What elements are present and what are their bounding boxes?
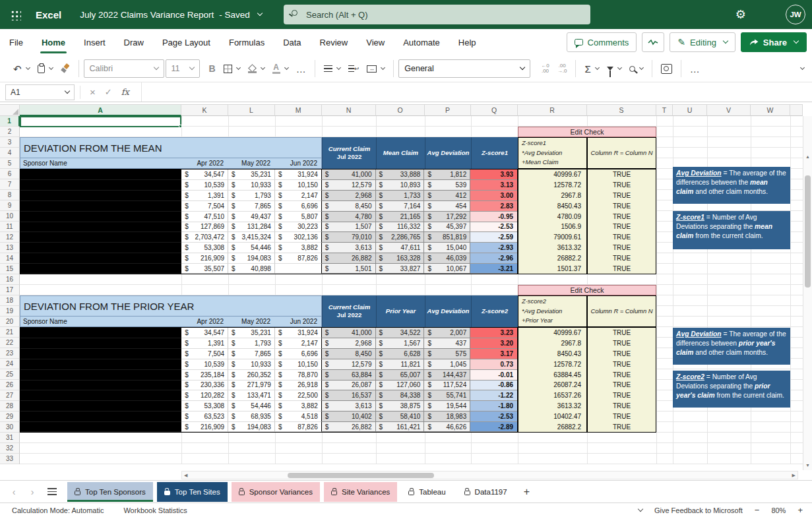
mean-claim-header[interactable]: Mean Claim [376, 137, 425, 169]
apr-cell[interactable]: $47,510 [181, 212, 228, 222]
avg-deviation-cell[interactable]: $18,983 [424, 411, 470, 422]
jun-cell[interactable]: $3,882 [275, 401, 322, 411]
add-sheet-button[interactable]: + [518, 486, 535, 498]
may-cell[interactable]: $7,865 [228, 349, 275, 359]
edit-check-value-cell[interactable]: 26882.2 [518, 421, 586, 432]
row-header[interactable]: 21 [0, 327, 20, 338]
zscore-cell[interactable]: -2.96 [470, 253, 517, 264]
workbook-statistics[interactable]: Workbook Statistics [123, 506, 187, 514]
edit-check-formula-header-1[interactable]: Z-score1 *Avg Deviation +Mean Claim [518, 137, 587, 169]
font-size-select[interactable]: 11 [166, 59, 200, 78]
edit-check-value-cell[interactable]: 2967.8 [518, 338, 586, 349]
prior-year-cell[interactable]: $58,410 [376, 411, 425, 422]
table2-title[interactable]: DEVIATION FROM THE PRIOR YEAR [20, 295, 322, 317]
sponsor-name-header[interactable]: Sponsor Name [20, 160, 181, 167]
current-claim-cell[interactable]: $8,450 [322, 201, 376, 212]
edit-check-result-cell[interactable]: TRUE [588, 359, 656, 369]
edit-check-result-cell[interactable]: TRUE [588, 180, 656, 191]
month-header[interactable]: Apr 2022 [181, 160, 228, 167]
sheet-tab-data1197[interactable]: Data1197 [457, 482, 515, 502]
edit-check-value-cell[interactable]: 26087.24 [518, 380, 586, 390]
jun-cell[interactable]: $6,696 [275, 201, 322, 212]
column-header-u[interactable]: U [673, 104, 707, 116]
zscore-cell[interactable]: 3.23 [470, 328, 517, 338]
fill-handle[interactable] [179, 125, 182, 128]
scroll-right-icon[interactable]: ▶ [792, 473, 796, 478]
row-header[interactable]: 15 [0, 264, 20, 274]
row-header[interactable]: 23 [0, 348, 20, 359]
row-header[interactable]: 12 [0, 232, 20, 243]
zscore-cell[interactable]: -0.01 [470, 370, 517, 380]
current-claim-cell[interactable]: $12,579 [322, 180, 376, 191]
avg-deviation-cell[interactable]: $437 [424, 338, 470, 349]
ribbon-tab[interactable]: Page Layout [153, 29, 220, 55]
scroll-up-icon[interactable]: ▲ [805, 154, 810, 159]
column-header-o[interactable]: O [376, 104, 425, 116]
apr-cell[interactable]: $10,539 [181, 180, 228, 191]
may-cell[interactable]: $194,083 [228, 253, 275, 264]
ribbon-tab[interactable]: View [357, 29, 394, 55]
mean-claim-cell[interactable]: $1,733 [376, 191, 425, 201]
edit-check-value-cell[interactable]: 2967.8 [518, 191, 586, 201]
table-row[interactable]: $7,504 $7,865 $6,696 $8,450 $7,164 $454 … [20, 201, 517, 212]
zscore-cell[interactable]: -2.53 [470, 222, 517, 233]
table-row[interactable]: $230,336 $271,979 $26,918 $26,087 $127,0… [20, 380, 517, 391]
prior-year-cell[interactable]: $1,567 [376, 338, 425, 349]
find-button[interactable] [625, 59, 647, 78]
jun-cell[interactable]: $4,518 [275, 411, 322, 422]
current-claim-header[interactable]: Current ClaimJul 2022 [322, 295, 376, 327]
edit-check-result-cell[interactable]: TRUE [588, 411, 656, 421]
apr-cell[interactable]: $34,547 [181, 169, 228, 180]
edit-check-value-cell[interactable]: 1506.9 [518, 222, 586, 232]
current-claim-cell[interactable]: $3,613 [322, 401, 376, 411]
app-launcher-button[interactable] [0, 0, 30, 29]
apr-cell[interactable]: $216,909 [181, 253, 228, 264]
may-cell[interactable]: $260,352 [228, 370, 275, 380]
collapse-ribbon-button[interactable] [794, 59, 808, 78]
zoom-level[interactable]: 80% [771, 506, 786, 514]
table-row[interactable]: $7,504 $7,865 $6,696 $8,450 $6,628 $575 … [20, 349, 517, 359]
current-claim-cell[interactable]: $63,884 [322, 370, 376, 380]
column-header-partial[interactable] [790, 104, 803, 116]
table-row[interactable]: $35,507 $40,898 $ $1,501 $33,827 $10,067… [20, 264, 517, 274]
zscore-cell[interactable]: 2.83 [470, 201, 517, 212]
jun-cell[interactable]: $ [275, 264, 322, 274]
fill-color-button[interactable] [244, 59, 268, 78]
current-claim-cell[interactable]: $12,579 [322, 359, 376, 370]
edit-check-result-cell[interactable]: TRUE [588, 243, 656, 253]
editing-mode-button[interactable]: ✎ Editing [670, 32, 735, 52]
avg-deviation-cell[interactable]: $1,045 [424, 359, 470, 370]
column-header-q[interactable]: Q [471, 104, 518, 116]
ribbon-tab[interactable]: Draw [115, 29, 153, 55]
apr-cell[interactable]: $1,391 [181, 191, 228, 201]
edit-check-header-1[interactable]: Edit Check [518, 127, 656, 137]
avg-deviation-cell[interactable]: $575 [424, 349, 470, 359]
enter-check-icon[interactable]: ✓ [105, 87, 112, 97]
may-cell[interactable]: $68,935 [228, 411, 275, 422]
table-row[interactable]: $1,391 $1,793 $2,147 $2,968 $1,567 $437 … [20, 338, 517, 349]
row-header[interactable]: 6 [0, 169, 20, 179]
table-row[interactable]: $53,308 $54,446 $3,882 $3,613 $38,875 $1… [20, 401, 517, 411]
row-header[interactable]: 8 [0, 190, 20, 200]
sheet-tab-tableau[interactable]: Tableau [401, 482, 453, 502]
table-row[interactable]: $1,391 $1,793 $2,147 $2,968 $1,733 $412 … [20, 191, 517, 201]
apr-cell[interactable]: $2,703,472 [181, 232, 228, 243]
row-header[interactable]: 10 [0, 211, 20, 222]
zscore-cell[interactable]: 3.13 [470, 180, 517, 191]
edit-check-result-cell[interactable]: TRUE [588, 263, 656, 274]
vertical-scrollbar[interactable]: ▲ ▼ [803, 116, 812, 470]
avg-deviation-cell[interactable]: $539 [424, 180, 470, 191]
avg-deviation-header[interactable]: Avg Deviation [425, 295, 471, 327]
table-row[interactable]: $34,547 $35,231 $31,924 $41,000 $34,522 … [20, 328, 517, 338]
horizontal-scroll-thumb[interactable] [288, 473, 434, 478]
table-row[interactable]: $10,539 $10,933 $10,150 $12,579 $10,893 … [20, 180, 517, 191]
edit-check-rule-header-1[interactable]: Column R = Column N [587, 137, 656, 169]
ribbon-tab[interactable]: Review [311, 29, 358, 55]
prior-year-cell[interactable]: $6,628 [376, 349, 425, 359]
mean-claim-cell[interactable]: $2,286,765 [376, 232, 425, 243]
month-header[interactable]: Jun 2022 [274, 318, 321, 325]
prior-year-header[interactable]: Prior Year [376, 295, 425, 327]
avatar[interactable]: JW [786, 5, 805, 24]
avg-deviation-cell[interactable]: $851,819 [424, 232, 470, 243]
column-header-p[interactable]: P [425, 104, 471, 116]
